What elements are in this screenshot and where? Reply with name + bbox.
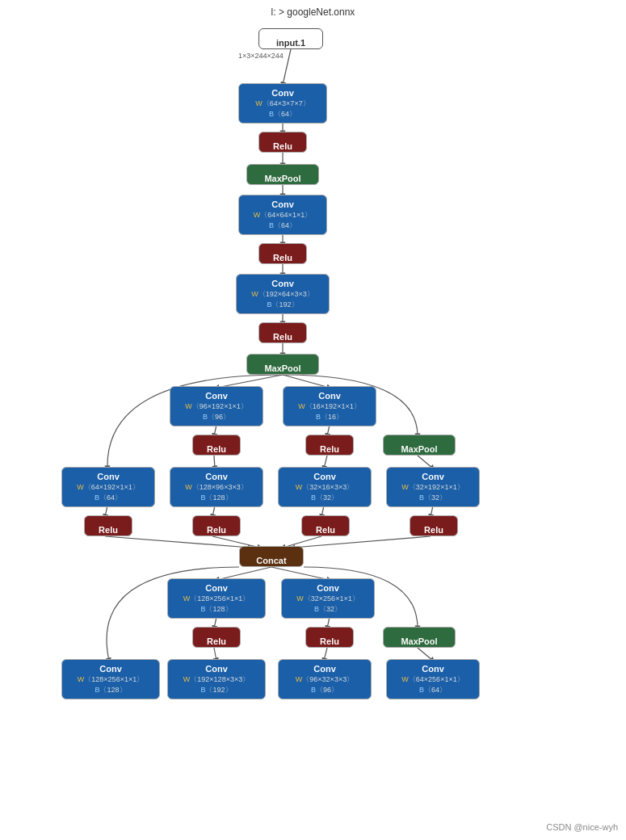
svg-line-22 xyxy=(292,536,431,548)
breadcrumb: l: > googleNet.onnx xyxy=(271,6,355,18)
node-conv6b[interactable]: Conv W〈32×256×1×1〉B〈32〉 xyxy=(281,578,375,619)
node-maxpool3[interactable]: MaxPool xyxy=(383,435,456,456)
node-conv5d[interactable]: Conv W〈32×192×1×1〉B〈32〉 xyxy=(386,467,480,507)
node-relu6a[interactable]: Relu xyxy=(192,627,241,648)
node-input-label: input.1 xyxy=(276,38,305,48)
node-input[interactable]: input.1 xyxy=(258,28,323,49)
node-conv7a[interactable]: Conv W〈128×256×1×1〉B〈128〉 xyxy=(61,659,160,699)
node-conv5b[interactable]: Conv W〈128×96×3×3〉B〈128〉 xyxy=(170,467,263,507)
node-conv4b[interactable]: Conv W〈16×192×1×1〉B〈16〉 xyxy=(283,386,376,426)
node-maxpool1[interactable]: MaxPool xyxy=(246,164,319,185)
node-conv2[interactable]: Conv W〈64×64×1×1〉B〈64〉 xyxy=(238,195,327,235)
node-relu1[interactable]: Relu xyxy=(258,132,307,153)
node-relu4b[interactable]: Relu xyxy=(305,435,354,456)
node-relu5a[interactable]: Relu xyxy=(84,515,132,536)
node-maxpool2[interactable]: MaxPool xyxy=(246,354,319,375)
node-conv6a[interactable]: Conv W〈128×256×1×1〉B〈128〉 xyxy=(167,578,266,619)
node-relu5c[interactable]: Relu xyxy=(301,515,350,536)
node-relu6b[interactable]: Relu xyxy=(305,627,354,648)
node-conv7b[interactable]: Conv W〈192×128×3×3〉B〈192〉 xyxy=(167,659,266,699)
node-relu4a[interactable]: Relu xyxy=(192,435,241,456)
node-conv3[interactable]: Conv W〈192×64×3×3〉B〈192〉 xyxy=(236,274,330,314)
dim-label-1: 1×3×244×244 xyxy=(238,52,284,60)
node-concat1[interactable]: Concat xyxy=(239,546,304,567)
node-relu5d[interactable]: Relu xyxy=(410,515,458,536)
svg-line-19 xyxy=(105,536,250,548)
node-relu2[interactable]: Relu xyxy=(258,243,307,264)
breadcrumb-separator: > xyxy=(279,6,287,18)
node-maxpool4[interactable]: MaxPool xyxy=(383,627,456,648)
node-conv5a[interactable]: Conv W〈64×192×1×1〉B〈64〉 xyxy=(61,467,155,507)
node-conv4a[interactable]: Conv W〈96×192×1×1〉B〈96〉 xyxy=(170,386,263,426)
node-conv5c[interactable]: Conv W〈32×16×3×3〉B〈32〉 xyxy=(278,467,372,507)
node-conv7d[interactable]: Conv W〈64×256×1×1〉B〈64〉 xyxy=(386,659,480,699)
node-relu3[interactable]: Relu xyxy=(258,322,307,343)
breadcrumb-file: googleNet.onnx xyxy=(287,6,355,18)
node-relu5b[interactable]: Relu xyxy=(192,515,241,536)
node-conv1[interactable]: Conv W〈64×3×7×7〉B〈64〉 xyxy=(238,83,327,124)
node-conv7c[interactable]: Conv W〈96×32×3×3〉B〈96〉 xyxy=(278,659,372,699)
watermark: CSDN @nice-wyh xyxy=(546,822,618,832)
breadcrumb-prefix: l: xyxy=(271,6,276,18)
svg-line-0 xyxy=(283,49,291,85)
